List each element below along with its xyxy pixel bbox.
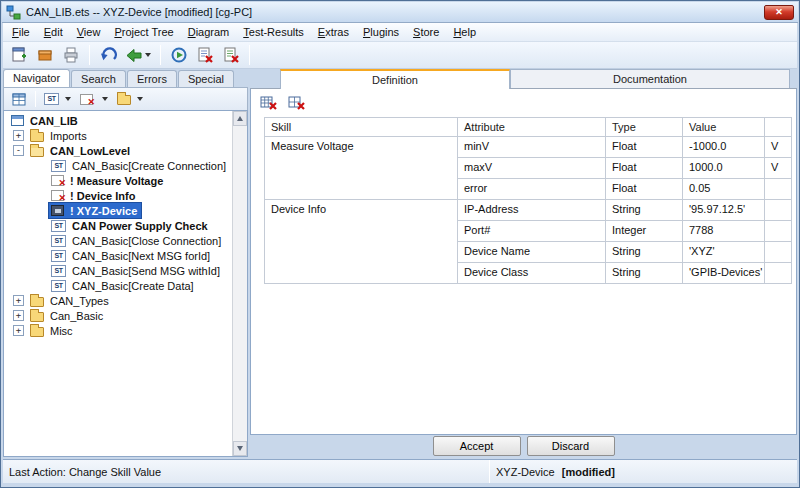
close-button[interactable]: [764, 5, 794, 20]
tree-item-imports[interactable]: + Imports: [5, 128, 231, 143]
type-cell[interactable]: Integer: [606, 221, 683, 242]
tree-item-next-msg-forid[interactable]: STCAN_Basic[Next MSG forId]: [5, 248, 231, 263]
grid-view-button[interactable]: [8, 90, 30, 109]
print-icon[interactable]: [59, 44, 83, 67]
unit-cell[interactable]: [765, 242, 792, 263]
type-cell[interactable]: String: [606, 263, 683, 284]
current-item-state: [modified]: [562, 466, 615, 478]
tree-scrollbar[interactable]: [232, 111, 247, 456]
type-cell[interactable]: Float: [606, 137, 683, 158]
attribute-cell[interactable]: IP-Address: [458, 200, 606, 221]
unit-cell[interactable]: V: [765, 137, 792, 158]
project-tree: CAN_LIB + Imports - CAN_LowLevel STCAN_B…: [3, 110, 248, 457]
tree-item-xyz-device[interactable]: ! XYZ-Device: [5, 203, 231, 218]
last-action-status: Last Action: Change Skill Value: [3, 466, 489, 478]
unit-cell[interactable]: [765, 200, 792, 221]
value-cell[interactable]: 0.05: [683, 179, 765, 200]
clear-se-results-icon[interactable]: [219, 44, 243, 67]
menu-test-results[interactable]: Test-Results: [236, 24, 311, 40]
definition-view: Skill Attribute Type Value Measure Volta…: [250, 89, 797, 435]
folder-icon: [30, 132, 44, 142]
clear-sc-results-icon[interactable]: [193, 44, 217, 67]
tree-item-can-basic[interactable]: + Can_Basic: [5, 308, 231, 323]
expand-icon[interactable]: +: [13, 310, 24, 321]
tab-errors[interactable]: Errors: [127, 70, 177, 87]
unit-cell[interactable]: [765, 179, 792, 200]
st-icon: ST: [51, 265, 66, 277]
value-cell[interactable]: 7788: [683, 221, 765, 242]
tab-definition[interactable]: Definition: [280, 69, 510, 89]
expand-icon[interactable]: +: [13, 295, 24, 306]
new-document-icon[interactable]: [7, 44, 31, 67]
tree-item-measure-voltage[interactable]: ! Measure Voltage: [5, 173, 231, 188]
menu-store[interactable]: Store: [406, 24, 446, 40]
tree-item-can-lowlevel[interactable]: - CAN_LowLevel: [5, 143, 231, 158]
menu-plugins[interactable]: Plugins: [356, 24, 406, 40]
tab-navigator[interactable]: Navigator: [3, 69, 70, 87]
accept-button[interactable]: Accept: [433, 436, 521, 456]
tree-item-send-msg-withid[interactable]: STCAN_Basic[Send MSG withId]: [5, 263, 231, 278]
value-cell[interactable]: 1000.0: [683, 158, 765, 179]
tree-item-can-types[interactable]: + CAN_Types: [5, 293, 231, 308]
tree-item-misc[interactable]: + Misc: [5, 323, 231, 338]
scrollbar-down-button[interactable]: [233, 441, 247, 456]
unit-cell[interactable]: V: [765, 158, 792, 179]
discard-button[interactable]: Discard: [527, 436, 615, 456]
type-cell[interactable]: String: [606, 200, 683, 221]
attribute-cell[interactable]: error: [458, 179, 606, 200]
tree-item-can-power-supply-check[interactable]: STCAN Power Supply Check: [5, 218, 231, 233]
st-dropdown-button[interactable]: ST: [41, 90, 74, 109]
attribute-cell[interactable]: minV: [458, 137, 606, 158]
undo-icon[interactable]: [96, 44, 120, 67]
value-cell[interactable]: 'XYZ': [683, 242, 765, 263]
menu-project-tree[interactable]: Project Tree: [107, 24, 180, 40]
toolbar-separator: [249, 45, 250, 65]
tab-special[interactable]: Special: [178, 70, 234, 87]
table-header-row: Skill Attribute Type Value: [265, 118, 792, 137]
type-cell[interactable]: Float: [606, 179, 683, 200]
tab-search[interactable]: Search: [71, 70, 126, 87]
tree-item-create-connection[interactable]: STCAN_Basic[Create Connection]: [5, 158, 231, 173]
menu-diagram[interactable]: Diagram: [181, 24, 237, 40]
menu-help[interactable]: Help: [446, 24, 483, 40]
app-window: CAN_LIB.ets -- XYZ-Device [modified] [cg…: [0, 0, 800, 488]
attribute-cell[interactable]: Device Class: [458, 263, 606, 284]
value-cell[interactable]: '95.97.12.5': [683, 200, 765, 221]
header-attribute: Attribute: [458, 118, 606, 137]
type-cell[interactable]: String: [606, 242, 683, 263]
collapse-icon[interactable]: -: [13, 145, 24, 156]
tree-item-close-connection[interactable]: STCAN_Basic[Close Connection]: [5, 233, 231, 248]
navigate-back-icon[interactable]: [122, 44, 154, 67]
tree-item-device-info[interactable]: ! Device Info: [5, 188, 231, 203]
new-folder-dropdown-button[interactable]: [114, 90, 146, 109]
unit-cell[interactable]: [765, 263, 792, 284]
title-bar[interactable]: CAN_LIB.ets -- XYZ-Device [modified] [cg…: [2, 2, 798, 23]
menu-view[interactable]: View: [70, 24, 108, 40]
attribute-cell[interactable]: maxV: [458, 158, 606, 179]
current-item-name: XYZ-Device: [496, 466, 555, 478]
expand-icon[interactable]: +: [13, 130, 24, 141]
tree-item-create-data[interactable]: STCAN_Basic[Create Data]: [5, 278, 231, 293]
expand-icon[interactable]: +: [13, 325, 24, 336]
skill-cell[interactable]: Measure Voltage: [265, 137, 458, 200]
back-dropdown-caret[interactable]: [145, 53, 151, 57]
remove-attribute-button[interactable]: [285, 93, 307, 113]
skill-cell[interactable]: Device Info: [265, 200, 458, 284]
open-project-icon[interactable]: [33, 44, 57, 67]
menu-edit[interactable]: Edit: [37, 24, 70, 40]
attribute-cell[interactable]: Device Name: [458, 242, 606, 263]
unit-cell[interactable]: [765, 221, 792, 242]
attribute-cell[interactable]: Port#: [458, 221, 606, 242]
error-item-dropdown-button[interactable]: [77, 90, 111, 109]
menu-file[interactable]: File: [5, 24, 37, 40]
scrollbar-up-button[interactable]: [233, 111, 247, 126]
remove-skill-button[interactable]: [257, 93, 279, 113]
value-cell[interactable]: -1000.0: [683, 137, 765, 158]
type-cell[interactable]: Float: [606, 158, 683, 179]
tab-documentation[interactable]: Documentation: [510, 69, 790, 88]
tree-item-can-lib[interactable]: CAN_LIB: [5, 113, 231, 128]
menu-extras[interactable]: Extras: [311, 24, 356, 40]
value-cell[interactable]: 'GPIB-Devices': [683, 263, 765, 284]
header-type: Type: [606, 118, 683, 137]
run-checks-icon[interactable]: [167, 44, 191, 67]
